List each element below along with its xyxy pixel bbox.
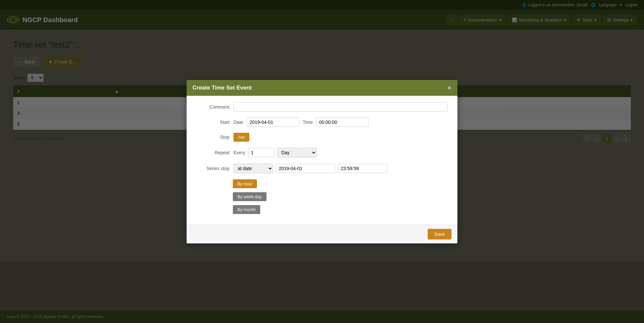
modal-title: Create Time Set Event — [193, 85, 252, 91]
save-button[interactable]: Save — [428, 229, 451, 239]
comment-row: Comment — [197, 102, 447, 112]
start-row: Start Date Time — [197, 118, 447, 127]
series-stop-row: Series stop at date never after n times — [197, 163, 447, 173]
modal-overlay[interactable]: Create Time Set Event × Comment Start Da… — [0, 0, 644, 323]
series-type-select[interactable]: at date never after n times — [233, 163, 273, 173]
set-button[interactable]: Set — [233, 133, 249, 142]
every-label: Every — [233, 150, 245, 155]
modal-footer: Save — [187, 225, 457, 243]
series-stop-label: Series stop — [197, 166, 230, 171]
stop-label: Stop — [197, 134, 230, 140]
modal-body: Comment Start Date Time Stop Set — [187, 96, 457, 225]
modal: Create Time Set Event × Comment Start Da… — [187, 80, 457, 243]
by-week-day-section: By week day — [233, 192, 447, 201]
date-label: Date — [233, 120, 243, 125]
by-week-day-button[interactable]: By week day — [233, 192, 267, 201]
by-hour-section: By hour — [233, 179, 447, 188]
repeat-row: Repeat Every Day Hour Week Month Year — [197, 148, 447, 158]
by-month-button[interactable]: By month — [233, 205, 260, 214]
by-hour-button[interactable]: By hour — [233, 179, 257, 188]
series-group: at date never after n times — [233, 163, 447, 173]
start-time-input[interactable] — [316, 118, 369, 127]
every-input[interactable] — [248, 148, 274, 157]
stop-row: Stop Set — [197, 133, 447, 142]
start-date-input[interactable] — [247, 118, 300, 127]
repeat-group: Every Day Hour Week Month Year — [233, 148, 317, 158]
period-select[interactable]: Day Hour Week Month Year — [277, 148, 317, 158]
series-time-input[interactable] — [338, 164, 387, 173]
by-month-section: By month — [233, 205, 447, 214]
series-date-input[interactable] — [276, 164, 335, 173]
time-label: Time — [303, 120, 313, 125]
modal-header: Create Time Set Event × — [187, 80, 457, 96]
comment-label: Comment — [197, 104, 230, 110]
start-date-time: Date Time — [233, 118, 447, 127]
repeat-label: Repeat — [197, 150, 230, 155]
start-label: Start — [197, 120, 230, 125]
comment-input[interactable] — [233, 102, 447, 112]
modal-close-button[interactable]: × — [447, 85, 451, 91]
